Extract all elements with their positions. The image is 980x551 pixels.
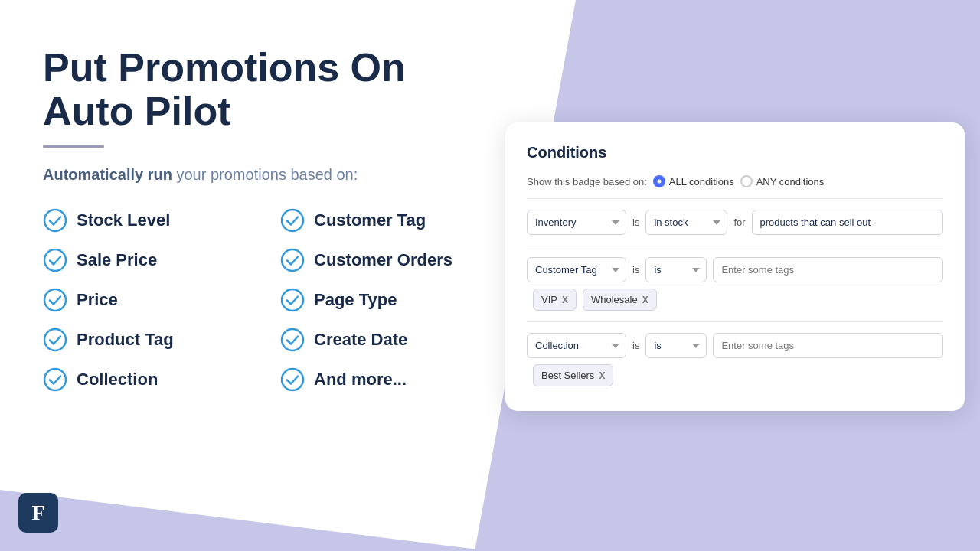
any-conditions-radio[interactable] xyxy=(740,175,753,187)
divider-3 xyxy=(527,321,943,322)
condition1-for-label: for xyxy=(733,217,745,228)
feature-item-customer-orders: Customer Orders xyxy=(280,248,487,272)
condition1-text: products that can sell out xyxy=(752,210,943,235)
card-title: Conditions xyxy=(527,144,943,161)
feature-item-customer-tag: Customer Tag xyxy=(280,208,487,233)
feature-grid: Stock Level Customer Tag Sale Price Cust… xyxy=(43,208,487,392)
tag-vip-label: VIP xyxy=(541,294,557,305)
svg-point-6 xyxy=(44,329,66,350)
show-badge-label: Show this badge based on: xyxy=(527,176,647,187)
check-icon-page-type xyxy=(280,288,305,312)
feature-label-stock-level: Stock Level xyxy=(77,210,170,230)
feature-label-customer-orders: Customer Orders xyxy=(314,250,452,270)
conditions-card: Conditions Show this badge based on: ALL… xyxy=(505,122,965,411)
condition1-select1[interactable]: Inventory Sale Price Price Stock Level xyxy=(527,210,626,235)
subtitle-bold: Automatically run xyxy=(43,166,172,183)
svg-point-3 xyxy=(282,249,303,271)
feature-label-customer-tag: Customer Tag xyxy=(314,210,426,230)
check-icon-sale-price xyxy=(43,248,67,272)
check-icon-customer-orders xyxy=(280,248,305,272)
svg-point-4 xyxy=(44,289,66,311)
feature-item-stock-level: Stock Level xyxy=(43,208,250,233)
logo-letter: F xyxy=(31,500,44,525)
tag-best-sellers-close[interactable]: X xyxy=(599,370,605,381)
condition3-is-label: is xyxy=(632,340,639,351)
feature-label-product-tag: Product Tag xyxy=(77,330,174,350)
tag-best-sellers: Best Sellers X xyxy=(533,364,613,386)
condition1-is-label: is xyxy=(632,217,639,228)
condition-row-1: Inventory Sale Price Price Stock Level i… xyxy=(527,210,943,235)
divider-1 xyxy=(527,198,943,199)
show-badge-row: Show this badge based on: ALL conditions… xyxy=(527,175,943,187)
background-shape-bottom xyxy=(0,398,490,551)
svg-point-1 xyxy=(282,210,303,231)
any-conditions-label: ANY conditions xyxy=(756,176,825,187)
condition2-is-label: is xyxy=(632,264,639,276)
condition3-select1[interactable]: Collection Product Tag Customer Tag xyxy=(527,333,626,358)
check-icon-price xyxy=(43,288,67,312)
condition2-select1[interactable]: Customer Tag Product Tag Collection xyxy=(527,257,626,282)
svg-point-5 xyxy=(282,289,303,311)
tag-wholesale-close[interactable]: X xyxy=(642,295,648,305)
condition1-select2[interactable]: in stock out of stock xyxy=(645,210,727,235)
svg-point-2 xyxy=(44,249,66,271)
tag-wholesale-label: Wholesale xyxy=(591,294,638,305)
condition-row-2: Customer Tag Product Tag Collection is i… xyxy=(527,257,943,282)
condition3-tag-input[interactable] xyxy=(713,333,943,358)
subtitle: Automatically run your promotions based … xyxy=(43,166,487,184)
left-content: Put Promotions On Auto Pilot Automatical… xyxy=(43,46,487,392)
condition2-select2[interactable]: is is not xyxy=(645,257,707,282)
condition2-tag-input[interactable] xyxy=(713,257,943,282)
feature-label-price: Price xyxy=(77,290,118,310)
check-icon-collection xyxy=(43,367,67,392)
svg-point-8 xyxy=(44,369,66,390)
tag-vip-close[interactable]: X xyxy=(562,295,568,305)
feature-label-create-date: Create Date xyxy=(314,330,407,350)
feature-item-collection: Collection xyxy=(43,367,250,392)
feature-label-collection: Collection xyxy=(77,370,158,390)
check-icon-stock-level xyxy=(43,208,67,233)
condition3-tags-row: Best Sellers X xyxy=(527,364,943,386)
any-conditions-option[interactable]: ANY conditions xyxy=(740,175,825,187)
all-conditions-label: ALL conditions xyxy=(669,176,734,187)
check-icon-product-tag xyxy=(43,328,67,352)
feature-label-page-type: Page Type xyxy=(314,290,397,310)
feature-label-and-more: And more... xyxy=(314,370,407,390)
feature-item-sale-price: Sale Price xyxy=(43,248,250,272)
feature-item-page-type: Page Type xyxy=(280,288,487,312)
logo: F xyxy=(18,493,58,533)
subtitle-rest: your promotions based on: xyxy=(172,166,358,183)
feature-item-product-tag: Product Tag xyxy=(43,328,250,352)
check-icon-create-date xyxy=(280,328,305,352)
svg-point-0 xyxy=(44,210,66,231)
feature-item-create-date: Create Date xyxy=(280,328,487,352)
condition3-select2[interactable]: is is not xyxy=(645,333,707,358)
title-divider xyxy=(43,145,104,148)
check-icon-and-more xyxy=(280,367,305,392)
all-conditions-option[interactable]: ALL conditions xyxy=(653,175,734,187)
feature-label-sale-price: Sale Price xyxy=(77,250,157,270)
feature-item-and-more: And more... xyxy=(280,367,487,392)
condition2-tags-row: VIP X Wholesale X xyxy=(527,289,943,311)
tag-wholesale: Wholesale X xyxy=(583,289,657,311)
tag-vip: VIP X xyxy=(533,289,577,311)
check-icon-customer-tag xyxy=(280,208,305,233)
feature-item-price: Price xyxy=(43,288,250,312)
condition-row-3: Collection Product Tag Customer Tag is i… xyxy=(527,333,943,358)
svg-point-7 xyxy=(282,329,303,350)
svg-point-9 xyxy=(282,369,303,390)
page-title: Put Promotions On Auto Pilot xyxy=(43,46,487,133)
tag-best-sellers-label: Best Sellers xyxy=(541,370,594,381)
all-conditions-radio[interactable] xyxy=(653,175,665,187)
divider-2 xyxy=(527,246,943,246)
